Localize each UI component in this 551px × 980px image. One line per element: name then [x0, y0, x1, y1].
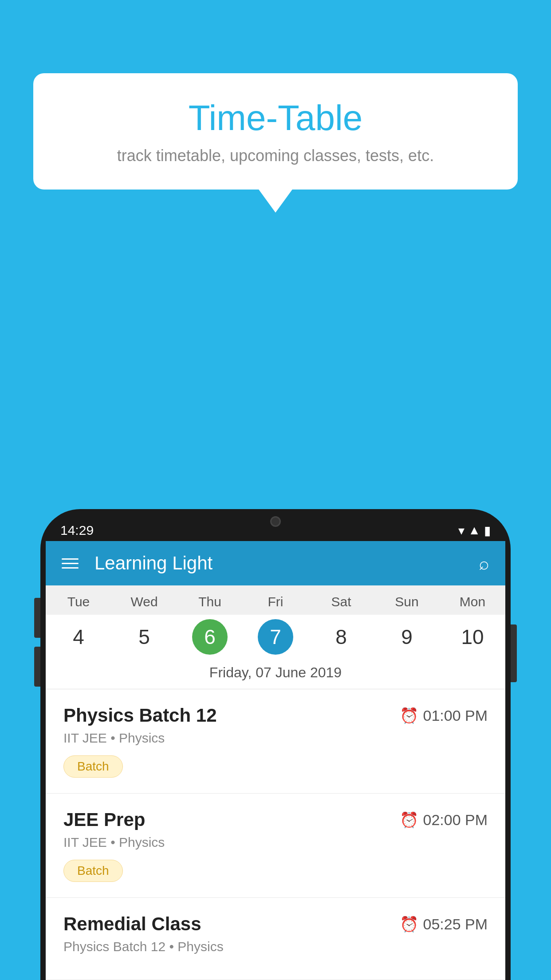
volume-up-button — [34, 598, 40, 638]
schedule-item-header-3: Remedial Class ⏰ 05:25 PM — [63, 913, 488, 935]
volume-down-button — [34, 647, 40, 687]
app-title: Learning Light — [94, 553, 479, 574]
power-button — [511, 624, 517, 682]
phone-mockup: 14:29 ▾ ▲ ▮ Learning Light ⌕ — [40, 509, 511, 980]
clock-icon-2: ⏰ — [400, 811, 418, 829]
day-col-fri[interactable]: Fri — [243, 585, 308, 615]
search-icon[interactable]: ⌕ — [479, 553, 489, 573]
calendar-days-header: Tue Wed Thu Fri Sat Sun — [46, 585, 505, 615]
signal-icon: ▲ — [468, 523, 480, 537]
schedule-item-remedial[interactable]: Remedial Class ⏰ 05:25 PM Physics Batch … — [46, 898, 505, 980]
date-5[interactable]: 5 — [111, 619, 177, 655]
date-6-today[interactable]: 6 — [177, 619, 243, 655]
speech-bubble-container: Time-Table track timetable, upcoming cla… — [33, 73, 518, 190]
status-icons: ▾ ▲ ▮ — [458, 523, 491, 538]
schedule-item-physics-batch[interactable]: Physics Batch 12 ⏰ 01:00 PM IIT JEE • Ph… — [46, 689, 505, 794]
date-10[interactable]: 10 — [440, 619, 505, 655]
camera-icon — [270, 516, 281, 527]
hamburger-menu-button[interactable] — [62, 558, 79, 569]
day-col-wed[interactable]: Wed — [111, 585, 177, 615]
schedule-list: Physics Batch 12 ⏰ 01:00 PM IIT JEE • Ph… — [46, 689, 505, 980]
schedule-item-subtitle-3: Physics Batch 12 • Physics — [63, 939, 488, 954]
status-time: 14:29 — [60, 523, 94, 538]
date-4[interactable]: 4 — [46, 619, 111, 655]
speech-bubble: Time-Table track timetable, upcoming cla… — [33, 73, 518, 190]
schedule-item-time-3: ⏰ 05:25 PM — [400, 915, 488, 933]
day-col-tue[interactable]: Tue — [46, 585, 111, 615]
clock-icon-1: ⏰ — [400, 707, 418, 724]
schedule-item-title-3: Remedial Class — [63, 913, 201, 935]
schedule-item-subtitle-1: IIT JEE • Physics — [63, 731, 488, 746]
date-9[interactable]: 9 — [374, 619, 440, 655]
schedule-item-title-1: Physics Batch 12 — [63, 705, 217, 726]
phone-outer: 14:29 ▾ ▲ ▮ Learning Light ⌕ — [40, 509, 511, 980]
schedule-item-time-1: ⏰ 01:00 PM — [400, 707, 488, 724]
date-7-selected[interactable]: 7 — [243, 619, 308, 655]
bubble-subtitle: track timetable, upcoming classes, tests… — [60, 146, 491, 165]
wifi-icon: ▾ — [458, 523, 464, 538]
day-col-thu[interactable]: Thu — [177, 585, 243, 615]
calendar-dates-row: 4 5 6 7 8 9 — [46, 615, 505, 659]
date-8[interactable]: 8 — [308, 619, 374, 655]
app-header: Learning Light ⌕ — [46, 541, 505, 585]
selected-date-label: Friday, 07 June 2019 — [46, 659, 505, 689]
battery-icon: ▮ — [484, 523, 491, 538]
phone-notch — [240, 509, 311, 533]
schedule-item-subtitle-2: IIT JEE • Physics — [63, 835, 488, 850]
clock-icon-3: ⏰ — [400, 915, 418, 933]
day-col-sun[interactable]: Sun — [374, 585, 440, 615]
day-col-mon[interactable]: Mon — [440, 585, 505, 615]
schedule-item-header-2: JEE Prep ⏰ 02:00 PM — [63, 809, 488, 830]
day-col-sat[interactable]: Sat — [308, 585, 374, 615]
batch-badge-2: Batch — [63, 860, 123, 882]
schedule-item-time-2: ⏰ 02:00 PM — [400, 811, 488, 829]
schedule-item-title-2: JEE Prep — [63, 809, 145, 830]
calendar-strip: Tue Wed Thu Fri Sat Sun — [46, 585, 505, 689]
bubble-title: Time-Table — [60, 98, 491, 138]
schedule-item-header-1: Physics Batch 12 ⏰ 01:00 PM — [63, 705, 488, 726]
phone-screen: Learning Light ⌕ Tue Wed Thu Fri — [46, 541, 505, 980]
batch-badge-1: Batch — [63, 755, 123, 778]
schedule-item-jee-prep[interactable]: JEE Prep ⏰ 02:00 PM IIT JEE • Physics Ba… — [46, 794, 505, 898]
